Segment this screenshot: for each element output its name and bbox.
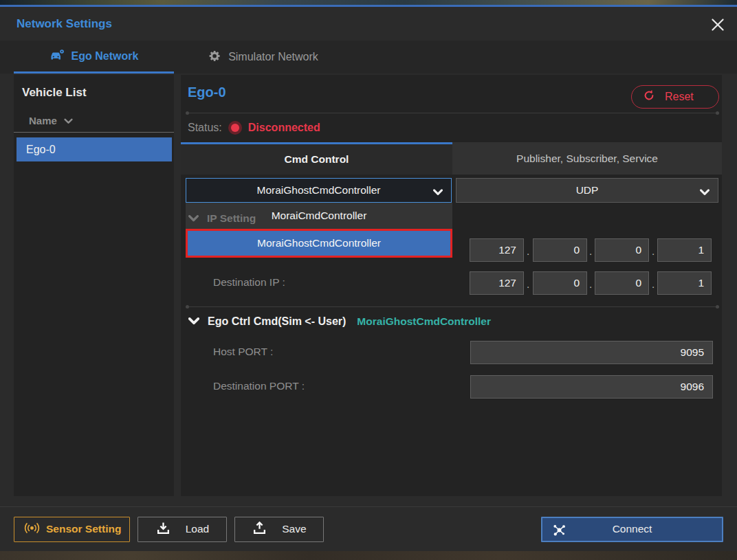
- gear-icon: [208, 49, 221, 65]
- broadcast-icon: [23, 522, 41, 537]
- selected-vehicle-heading: Ego-0: [188, 85, 226, 100]
- reset-button-label: Reset: [665, 91, 694, 103]
- tab-simulator-network-label: Simulator Network: [228, 51, 318, 63]
- octet-separator: .: [589, 278, 592, 290]
- network-nodes-icon: [552, 523, 566, 540]
- tab-simulator-network[interactable]: Simulator Network: [189, 41, 338, 74]
- dropdown-option-morai-cmd-controller[interactable]: MoraiCmdController: [186, 203, 452, 229]
- connect-button[interactable]: Connect: [541, 517, 723, 542]
- subtab-publisher-subscriber-service[interactable]: Publisher, Subscriber, Service: [452, 142, 722, 175]
- upload-icon: [252, 521, 267, 538]
- cmd-controller-dropdown-value: MoraiGhostCmdController: [256, 184, 380, 197]
- destination-ip-label: Destination IP :: [213, 276, 285, 289]
- ip-octet-input[interactable]: 0: [533, 271, 587, 295]
- destination-port-label: Destination PORT :: [213, 380, 305, 392]
- ego-ctrl-cmd-section-header[interactable]: Ego Ctrl Cmd(Sim <- User) MoraiGhostCmdC…: [188, 315, 491, 328]
- screen: Network Settings Ego Network: [0, 0, 737, 560]
- vehicle-list-name-header[interactable]: Name: [14, 109, 174, 133]
- destination-port-input[interactable]: 9096: [470, 375, 713, 399]
- destination-port-row: Destination PORT : 9096: [181, 375, 722, 399]
- host-port-row: Host PORT : 9095: [181, 341, 722, 364]
- ego-settings-panel: Ego-0 Reset Status: Disconnected: [181, 75, 722, 496]
- subtab-cmd-control[interactable]: Cmd Control: [181, 142, 452, 175]
- chevron-down-icon: [433, 186, 443, 199]
- name-column-label: Name: [29, 115, 57, 126]
- destination-ip-row: Destination IP : 127 . 0 . 0 . 1: [181, 271, 722, 295]
- cmd-controller-dropdown-options: MoraiCmdController MoraiGhostCmdControll…: [186, 203, 452, 258]
- load-button-label: Load: [186, 523, 209, 535]
- dialog-title: Network Settings: [16, 17, 112, 31]
- sensor-setting-button[interactable]: Sensor Setting: [14, 517, 130, 542]
- cmd-controller-dropdown[interactable]: MoraiGhostCmdController: [186, 178, 452, 203]
- subtab-cmd-control-label: Cmd Control: [285, 153, 349, 166]
- ip-octet-input[interactable]: 1: [657, 238, 712, 262]
- ego-ctrl-cmd-section-label: Ego Ctrl Cmd(Sim <- User): [208, 315, 346, 328]
- download-icon: [156, 521, 170, 538]
- octet-separator: .: [652, 245, 654, 257]
- sort-chevron-down-icon: [64, 115, 73, 126]
- ip-octet-input[interactable]: 127: [470, 271, 524, 295]
- dialog-titlebar: Network Settings: [0, 7, 737, 41]
- octet-separator: .: [589, 245, 592, 257]
- host-port-input[interactable]: 9095: [470, 341, 713, 364]
- save-button-label: Save: [282, 523, 306, 535]
- status-row: Status: Disconnected: [188, 122, 320, 134]
- octet-separator: .: [652, 278, 654, 290]
- ip-octet-input[interactable]: 127: [470, 238, 524, 262]
- host-port-label: Host PORT :: [213, 346, 273, 358]
- subtab-pss-label: Publisher, Subscriber, Service: [516, 153, 658, 165]
- save-button[interactable]: Save: [234, 517, 324, 542]
- protocol-dropdown-value: UDP: [576, 184, 599, 197]
- reset-button[interactable]: Reset: [631, 85, 719, 109]
- sub-tab-bar: Cmd Control Publisher, Subscriber, Servi…: [181, 142, 722, 175]
- car-icon: [50, 49, 65, 64]
- chevron-down-icon: [188, 315, 199, 328]
- vehicle-list-item-ego-0[interactable]: Ego-0: [16, 137, 172, 161]
- vehicle-list-title: Vehicle List: [14, 75, 174, 100]
- status-value: Disconnected: [248, 122, 320, 134]
- divider: [187, 113, 718, 113]
- ip-octet-input[interactable]: 0: [533, 238, 587, 262]
- tab-ego-network-label: Ego Network: [72, 50, 139, 63]
- ip-octet-input[interactable]: 0: [595, 238, 649, 262]
- refresh-icon: [643, 89, 655, 104]
- footer-bar: Sensor Setting Load: [0, 506, 737, 551]
- status-label: Status:: [188, 122, 222, 134]
- dialog-content: Vehicle List Name Ego-0 Ego-0: [0, 74, 737, 508]
- connect-button-label: Connect: [613, 523, 652, 535]
- tab-bar: Ego Network Simulator Network: [0, 41, 737, 74]
- status-dot-icon: [231, 124, 239, 132]
- close-icon[interactable]: [708, 15, 727, 34]
- octet-separator: .: [527, 278, 529, 290]
- protocol-dropdown[interactable]: UDP: [456, 178, 718, 203]
- load-button[interactable]: Load: [138, 517, 227, 542]
- network-settings-dialog: Network Settings Ego Network: [0, 5, 737, 551]
- octet-separator: .: [527, 245, 529, 257]
- ip-octet-input[interactable]: 0: [595, 271, 649, 295]
- chevron-down-icon: [700, 186, 710, 199]
- sensor-setting-label: Sensor Setting: [46, 523, 121, 535]
- vehicle-list-panel: Vehicle List Name Ego-0: [14, 75, 174, 496]
- background-scene-top: [0, 0, 737, 5]
- divider: [187, 306, 718, 307]
- tab-ego-network[interactable]: Ego Network: [14, 41, 174, 74]
- ip-octet-input[interactable]: 1: [657, 271, 712, 295]
- active-controller-name: MoraiGhostCmdController: [357, 315, 491, 328]
- dropdown-option-morai-ghost-cmd-controller[interactable]: MoraiGhostCmdController: [186, 229, 452, 258]
